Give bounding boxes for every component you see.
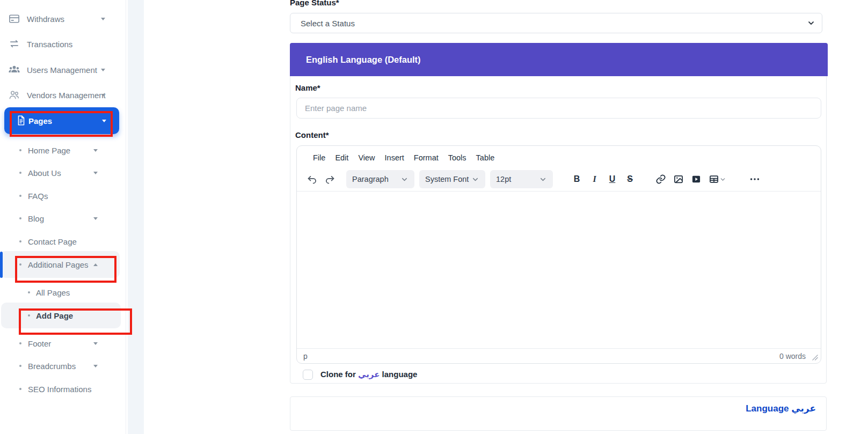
clone-label-suffix: language [380, 370, 417, 379]
sidebar-item-label: About Us [28, 168, 61, 178]
bullet-icon [19, 149, 21, 151]
menu-file[interactable]: File [308, 151, 330, 165]
bold-button[interactable]: B [568, 170, 586, 188]
undo-button[interactable] [303, 170, 321, 188]
bullet-icon [19, 195, 21, 197]
sidebar-item-breadcrumbs[interactable]: Breadcrumbs [0, 357, 123, 375]
credit-card-icon [8, 13, 20, 25]
image-icon[interactable] [669, 170, 687, 188]
sidebar-item-label: Users Management [27, 65, 97, 75]
users-icon [8, 64, 20, 76]
english-section-header: English Language (Default) [290, 43, 828, 76]
chevron-down-icon [93, 342, 98, 345]
more-options-icon[interactable] [746, 170, 763, 188]
sidebar-item-faqs[interactable]: FAQs [0, 187, 123, 205]
sidebar-item-label: Withdraws [27, 14, 64, 24]
chevron-down-icon [93, 149, 98, 152]
chevron-down-icon [101, 18, 105, 20]
sidebar-item-seo-informations[interactable]: SEO Informations [0, 380, 123, 398]
menu-edit[interactable]: Edit [330, 151, 353, 165]
sidebar-item-footer[interactable]: Footer [0, 334, 123, 352]
sidebar-item-label: Transactions [27, 40, 72, 49]
block-format-select[interactable]: Paragraph [346, 170, 414, 188]
bullet-icon [19, 240, 21, 242]
menu-format[interactable]: Format [409, 151, 443, 165]
sidebar-scrollbar[interactable] [128, 0, 144, 434]
bullet-icon [19, 388, 21, 390]
name-label: Name* [295, 83, 320, 92]
sidebar-item-vendors-management[interactable]: Vendors Management [0, 86, 123, 104]
sidebar-item-pages[interactable]: Pages [4, 107, 119, 134]
link-icon[interactable] [652, 170, 669, 188]
element-path[interactable]: p [303, 352, 308, 361]
page-status-select[interactable]: Select a Status [290, 13, 822, 33]
font-family-value: System Font [425, 175, 469, 183]
sidebar-item-transactions[interactable]: Transactions [0, 35, 123, 53]
page-status-value: Select a Status [301, 19, 355, 28]
english-section-card: English Language (Default) Name* Content… [290, 43, 827, 384]
arabic-section-card: Language عربي [290, 396, 827, 431]
editor-content-area[interactable] [297, 192, 821, 344]
menu-table[interactable]: Table [471, 151, 500, 165]
chevron-down-icon [807, 19, 815, 27]
bullet-icon [19, 365, 21, 367]
rich-text-editor: File Edit View Insert Format Tools Table [296, 145, 821, 364]
sidebar-item-all-pages[interactable]: All Pages [0, 283, 123, 301]
editor-menubar: File Edit View Insert Format Tools Table [297, 149, 821, 166]
page: Withdraws Transactions Users Management [0, 0, 868, 434]
sidebar-item-label: SEO Informations [28, 385, 91, 394]
menu-insert[interactable]: Insert [380, 151, 409, 165]
bullet-icon [19, 172, 21, 174]
content-label: Content* [295, 130, 329, 139]
page-name-input[interactable] [296, 98, 821, 119]
bullet-icon [19, 217, 21, 219]
chevron-down-icon [93, 172, 98, 174]
clone-label-arabic: عربي [358, 370, 380, 379]
font-family-select[interactable]: System Font [419, 170, 485, 188]
page-status-label: Page Status* [290, 0, 339, 7]
sidebar-item-about-us[interactable]: About Us [0, 164, 123, 182]
sidebar-item-blog[interactable]: Blog [0, 209, 123, 227]
menu-view[interactable]: View [353, 151, 380, 165]
editor-toolbar: Paragraph System Font 12pt B I U S [297, 167, 821, 192]
editor-resize-handle[interactable] [812, 355, 818, 361]
chevron-down-icon [93, 217, 98, 220]
sidebar-item-label: Home Page [28, 146, 70, 155]
menu-tools[interactable]: Tools [443, 151, 471, 165]
bullet-icon [28, 314, 30, 317]
chevron-down-icon [102, 120, 106, 122]
clone-checkbox[interactable] [303, 370, 313, 380]
sidebar-item-label: Add Page [36, 311, 73, 320]
chevron-up-icon [93, 263, 98, 266]
underline-button[interactable]: U [603, 170, 621, 188]
italic-button[interactable]: I [586, 170, 603, 188]
sidebar-item-label: Pages [28, 116, 52, 126]
bullet-icon [28, 291, 30, 293]
sidebar-item-label: Footer [28, 339, 51, 348]
sidebar-item-users-management[interactable]: Users Management [0, 61, 123, 79]
sidebar-item-home-page[interactable]: Home Page [0, 141, 123, 159]
sidebar-item-additional-pages[interactable]: Additional Pages [0, 255, 123, 274]
strikethrough-button[interactable]: S [621, 170, 639, 188]
vendors-icon [8, 89, 20, 101]
sidebar-item-contact-page[interactable]: Contact Page [0, 232, 123, 251]
sidebar-item-withdraws[interactable]: Withdraws [0, 10, 123, 28]
sidebar-item-label: Breadcrumbs [28, 362, 76, 371]
media-icon[interactable] [687, 170, 705, 188]
sidebar-item-label: Blog [28, 214, 44, 223]
chevron-down-icon [93, 365, 98, 367]
redo-button[interactable] [321, 170, 339, 188]
bullet-icon [19, 263, 21, 266]
sidebar-item-add-page[interactable]: Add Page [0, 306, 123, 325]
page-icon [15, 115, 27, 127]
clone-for-arabic-row[interactable]: Clone for عربي language [303, 369, 417, 380]
font-size-select[interactable]: 12pt [490, 170, 553, 188]
sidebar-item-label: Contact Page [28, 237, 77, 246]
transfer-icon [8, 38, 20, 50]
arabic-section-title: Language عربي [746, 403, 816, 414]
sidebar-item-label: Vendors Management [27, 91, 106, 100]
word-count: 0 words [779, 352, 806, 361]
table-icon[interactable] [705, 170, 730, 188]
sidebar-item-label: All Pages [36, 288, 70, 297]
clone-label: Clone for عربي language [320, 370, 417, 379]
